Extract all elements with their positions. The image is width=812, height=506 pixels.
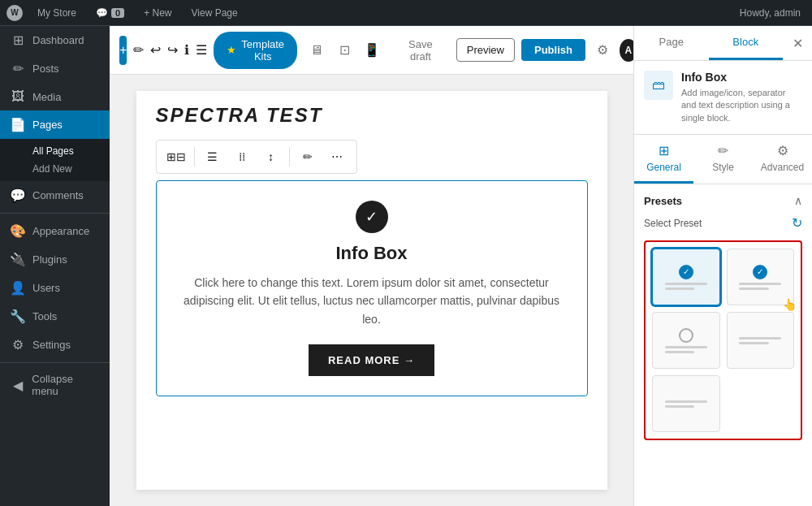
block-arrow-button[interactable]: ↕ <box>258 144 284 170</box>
panel-block-name: Info Box <box>681 71 802 84</box>
toolbar-divider <box>194 147 195 167</box>
sidebar-item-tools[interactable]: 🔧 Tools <box>0 302 110 331</box>
preset-4-lines <box>739 337 781 344</box>
preset-2-check: ✓ <box>753 265 767 279</box>
plugins-icon: 🔌 <box>10 252 26 267</box>
style-tab-icon: ✏ <box>718 143 728 158</box>
preset-2-lines <box>739 283 781 290</box>
preset-1-check: ✓ <box>679 265 693 279</box>
sidebar-sub-add-new[interactable]: Add New <box>26 160 110 178</box>
preset-1-line-2 <box>665 288 695 290</box>
preset-4-line-1 <box>739 337 781 339</box>
info-box-read-more-button[interactable]: READ MORE → <box>309 344 434 376</box>
wp-logo[interactable]: W <box>6 5 23 21</box>
block-edit-button[interactable]: ☰ <box>200 144 226 170</box>
presets-collapse-button[interactable]: ∧ <box>794 194 802 207</box>
new-content-btn[interactable]: + New <box>139 0 176 25</box>
preset-3-line-2 <box>665 351 695 353</box>
sidebar-collapse-menu[interactable]: ◀ Collapse menu <box>0 366 110 404</box>
sidebar-item-settings[interactable]: ⚙ Settings <box>0 331 110 359</box>
editor-settings-button[interactable]: ⚙ <box>592 37 613 63</box>
right-panel: Page Block ✕ 🗃 Info Box Add image/icon, … <box>633 26 812 506</box>
settings-icon: ⚙ <box>10 337 26 352</box>
pages-icon: 📄 <box>10 117 26 132</box>
preset-item-5[interactable] <box>652 375 720 432</box>
comments-icon: 💬 <box>10 188 26 203</box>
preset-2-line-1 <box>739 283 781 285</box>
tab-block[interactable]: Block <box>709 26 784 60</box>
tab-general[interactable]: ⊞ General <box>634 135 693 184</box>
info-box-block[interactable]: ✓ Info Box Click here to change this tex… <box>156 180 588 396</box>
admin-bar: W My Store 💬 0 + New View Page Howdy, ad… <box>0 0 812 26</box>
sidebar-item-posts[interactable]: ✏ Posts <box>0 54 110 83</box>
panel-block-info: 🗃 Info Box Add image/icon, separator and… <box>634 61 812 135</box>
sidebar-item-users[interactable]: 👤 Users <box>0 274 110 302</box>
view-page-link[interactable]: View Page <box>187 0 243 25</box>
canvas-page: SPECTRA TEST ⊞⊟ ☰ ⁞⁞ ↕ ✏ ⋯ ✓ <box>136 91 607 490</box>
tablet-view-button[interactable]: ⊡ <box>331 37 357 63</box>
panel-close-button[interactable]: ✕ <box>783 26 812 60</box>
site-name[interactable]: My Store <box>32 0 81 25</box>
star-icon: ★ <box>227 44 236 56</box>
mobile-icon: 📱 <box>364 42 380 58</box>
preview-button[interactable]: Preview <box>456 38 515 62</box>
preset-item-4[interactable] <box>727 312 795 369</box>
editor-toolbar: + ✏ ↩ ↪ ℹ ☰ ★ Template Kits 🖥 ⊡ <box>110 26 633 75</box>
panel-style-tabs: ⊞ General ✏ Style ⚙ Advanced <box>634 135 812 184</box>
tab-style[interactable]: ✏ Style <box>693 135 753 184</box>
save-draft-button[interactable]: Save draft <box>391 33 450 67</box>
sidebar-item-plugins[interactable]: 🔌 Plugins <box>0 245 110 274</box>
preset-4-line-2 <box>739 342 769 344</box>
block-toolbar: ⊞⊟ ☰ ⁞⁞ ↕ ✏ ⋯ <box>156 140 357 174</box>
toolbar-divider-2 <box>289 147 290 167</box>
block-dots-button[interactable]: ⁞⁞ <box>229 144 255 170</box>
tablet-icon: ⊡ <box>339 42 350 58</box>
sidebar-sub-all-pages[interactable]: All Pages <box>26 142 110 160</box>
info-box-description: Click here to change this text. Lorem ip… <box>176 274 568 328</box>
preset-grid: ✓ ✓ <box>644 240 802 440</box>
redo-button[interactable]: ↪ <box>167 36 178 65</box>
undo-button[interactable]: ↩ <box>150 36 161 65</box>
block-type-button[interactable]: ⊞⊟ <box>163 144 189 170</box>
preset-refresh-button[interactable]: ↻ <box>792 215 802 231</box>
panel-tabs: Page Block ✕ <box>634 26 812 61</box>
editor-area: + ✏ ↩ ↪ ℹ ☰ ★ Template Kits 🖥 ⊡ <box>110 26 633 506</box>
preset-select-label: Select Preset <box>644 218 702 229</box>
sidebar-item-comments[interactable]: 💬 Comments <box>0 181 110 210</box>
advanced-tab-icon: ⚙ <box>777 143 788 158</box>
page-title: SPECTRA TEST <box>156 104 588 127</box>
howdy-user[interactable]: Howdy, admin <box>735 7 806 19</box>
sidebar-item-appearance[interactable]: 🎨 Appearance <box>0 217 110 245</box>
media-icon: 🖼 <box>10 89 26 104</box>
block-more-button[interactable]: ⋯ <box>324 144 350 170</box>
preset-item-2[interactable]: ✓ <box>727 249 795 305</box>
sidebar-item-dashboard[interactable]: ⊞ Dashboard <box>0 26 110 54</box>
add-block-button[interactable]: + <box>119 36 127 65</box>
block-color-button[interactable]: ✏ <box>295 144 321 170</box>
collapse-icon: ◀ <box>10 378 25 393</box>
sidebar-item-pages[interactable]: 📄 Pages <box>0 110 110 139</box>
mobile-view-button[interactable]: 📱 <box>359 37 385 63</box>
preset-item-1[interactable]: ✓ <box>652 249 720 305</box>
panel-block-type-icon: 🗃 <box>644 71 673 100</box>
tab-advanced[interactable]: ⚙ Advanced <box>753 135 812 184</box>
preset-5-line-1 <box>665 400 707 403</box>
admin-bar-comments[interactable]: 💬 0 <box>91 0 129 25</box>
preset-1-line-1 <box>665 283 707 285</box>
appearance-icon: 🎨 <box>10 223 26 239</box>
sidebar-item-media[interactable]: 🖼 Media <box>0 83 110 110</box>
info-box-panel-icon: 🗃 <box>652 78 665 93</box>
presets-title: Presets <box>644 195 682 207</box>
info-button[interactable]: ℹ <box>184 36 189 65</box>
comment-icon: 💬 <box>96 7 108 19</box>
edit-tool-button[interactable]: ✏ <box>133 36 144 65</box>
tools-icon: 🔧 <box>10 309 26 324</box>
desktop-view-button[interactable]: 🖥 <box>304 37 330 63</box>
page-title-bar: SPECTRA TEST <box>136 91 607 140</box>
template-kits-button[interactable]: ★ Template Kits <box>214 32 297 69</box>
tab-page[interactable]: Page <box>634 26 709 60</box>
publish-button[interactable]: Publish <box>521 39 585 61</box>
spectra-logo-button[interactable]: A <box>620 39 633 62</box>
preset-item-3[interactable] <box>652 312 720 369</box>
list-view-button[interactable]: ☰ <box>196 36 207 65</box>
